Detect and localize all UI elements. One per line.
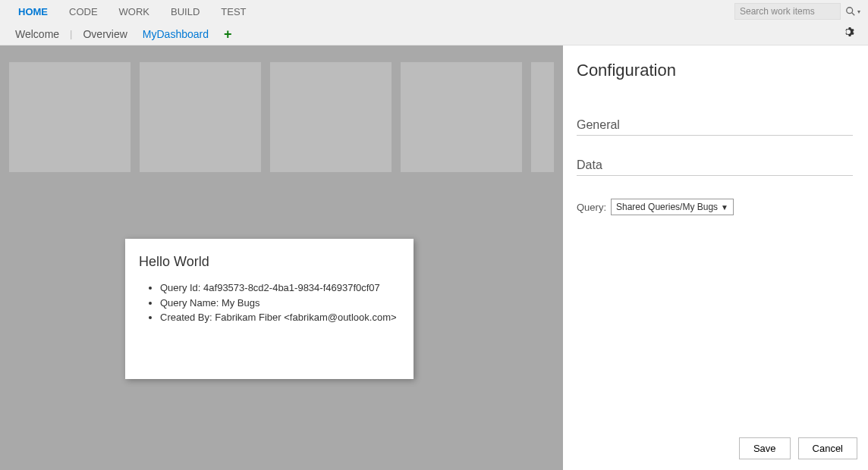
main-nav: HOME CODE WORK BUILD TEST xyxy=(8,2,257,22)
caret-down-icon: ▾ xyxy=(857,8,860,15)
nav-tab-home[interactable]: HOME xyxy=(8,2,58,22)
config-title: Configuration xyxy=(577,61,853,80)
list-item: Query Name: My Bugs xyxy=(160,296,400,311)
cancel-button[interactable]: Cancel xyxy=(798,437,857,459)
section-general[interactable]: General xyxy=(577,118,853,136)
svg-line-1 xyxy=(852,13,855,16)
tile-row xyxy=(9,62,554,172)
widget-title: Hello World xyxy=(139,254,400,270)
query-selected-value: Shared Queries/My Bugs xyxy=(616,202,718,212)
save-button[interactable]: Save xyxy=(739,437,791,459)
query-row: Query: Shared Queries/My Bugs ▼ xyxy=(577,199,853,215)
widget-card: Hello World Query Id: 4af93573-8cd2-4ba1… xyxy=(125,239,414,379)
dashboard-tile[interactable] xyxy=(401,62,522,172)
chevron-down-icon: ▼ xyxy=(721,203,728,212)
gear-icon[interactable] xyxy=(839,27,860,42)
config-panel: Configuration General Data Query: Shared… xyxy=(563,45,868,470)
dashboard-tile[interactable] xyxy=(531,62,554,172)
nav-tab-code[interactable]: CODE xyxy=(58,2,108,22)
search-icon[interactable]: ▾ xyxy=(845,6,860,17)
list-item: Created By: Fabrikam Fiber <fabrikam@out… xyxy=(160,310,400,325)
dashboard-area: Hello World Query Id: 4af93573-8cd2-4ba1… xyxy=(0,45,563,470)
sub-tab-overview[interactable]: Overview xyxy=(75,24,134,45)
dashboard-tile[interactable] xyxy=(9,62,131,172)
query-select[interactable]: Shared Queries/My Bugs ▼ xyxy=(611,199,734,215)
sub-bar: Welcome | Overview MyDashboard + xyxy=(0,23,868,45)
svg-point-0 xyxy=(847,8,853,14)
plus-icon: + xyxy=(224,27,232,42)
list-item: Query Id: 4af93573-8cd2-4ba1-9834-f46937… xyxy=(160,280,400,296)
content-area: Hello World Query Id: 4af93573-8cd2-4ba1… xyxy=(0,45,868,470)
config-buttons: Save Cancel xyxy=(739,437,857,459)
top-bar: HOME CODE WORK BUILD TEST ▾ xyxy=(0,0,868,23)
add-dashboard-button[interactable]: + xyxy=(216,27,240,41)
sub-tab-welcome[interactable]: Welcome xyxy=(8,24,67,45)
query-label: Query: xyxy=(577,202,606,213)
sub-nav: Welcome | Overview MyDashboard + xyxy=(8,24,240,45)
nav-tab-test[interactable]: TEST xyxy=(210,2,256,22)
sub-tab-mydashboard[interactable]: MyDashboard xyxy=(135,24,216,45)
dashboard-tile[interactable] xyxy=(140,62,261,172)
nav-tab-work[interactable]: WORK xyxy=(108,2,160,22)
separator: | xyxy=(67,28,75,39)
section-data[interactable]: Data xyxy=(577,158,853,176)
nav-tab-build[interactable]: BUILD xyxy=(160,2,210,22)
search-area: ▾ xyxy=(734,3,860,20)
widget-list: Query Id: 4af93573-8cd2-4ba1-9834-f46937… xyxy=(139,280,400,325)
search-input[interactable] xyxy=(734,3,841,20)
dashboard-tile[interactable] xyxy=(270,62,392,172)
